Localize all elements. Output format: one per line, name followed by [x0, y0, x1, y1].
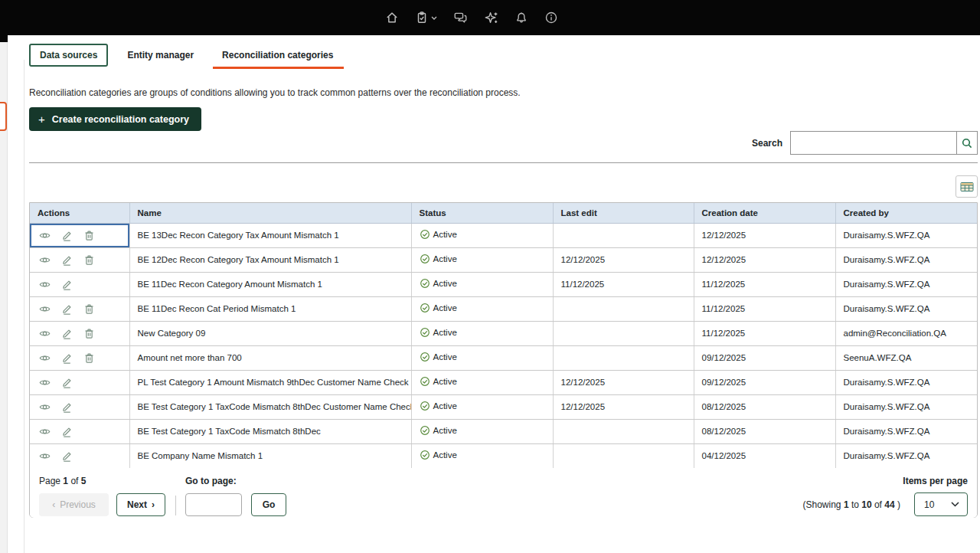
- home-icon[interactable]: [385, 11, 399, 25]
- table-row: BE 11Dec Recon Category Amount Mismatch …: [30, 272, 977, 296]
- cell-name: New Category 09: [129, 321, 411, 345]
- reconciliation-categories-table: Actions Name Status Last edit Creation d…: [29, 202, 978, 518]
- items-per-page-select[interactable]: 10: [914, 492, 968, 516]
- view-icon[interactable]: [39, 401, 51, 413]
- table-header-row: Actions Name Status Last edit Creation d…: [30, 203, 977, 223]
- cell-status: Active: [411, 370, 553, 394]
- edit-icon[interactable]: [61, 450, 73, 462]
- edit-icon[interactable]: [61, 303, 73, 315]
- cell-creation-date: 09/12/2025: [694, 370, 835, 394]
- cell-name: BE 13Dec Recon Category Tax Amount Misma…: [129, 223, 411, 247]
- items-per-page-value: 10: [924, 499, 934, 510]
- row-actions-cell: [30, 370, 129, 394]
- cell-last-edit: [553, 296, 694, 321]
- search-button[interactable]: [956, 132, 977, 154]
- table-view-toggle-button[interactable]: [956, 175, 978, 198]
- cell-creation-date: 12/12/2025: [694, 223, 835, 247]
- search-input[interactable]: [791, 132, 956, 154]
- view-icon[interactable]: [39, 303, 51, 315]
- delete-icon[interactable]: [83, 328, 95, 339]
- top-app-bar: [0, 0, 980, 35]
- tab-bar: Data sources Entity manager Reconciliati…: [29, 43, 342, 67]
- view-icon[interactable]: [39, 279, 51, 290]
- edit-icon[interactable]: [61, 279, 73, 290]
- cell-name: Amount net more than 700: [129, 345, 411, 370]
- cell-status: Active: [411, 443, 553, 468]
- status-check-icon: [420, 401, 430, 411]
- view-icon[interactable]: [39, 377, 51, 388]
- delete-icon[interactable]: [83, 303, 95, 315]
- cell-name: BE Test Category 1 TaxCode Mismatch 8thD…: [129, 394, 411, 419]
- edit-icon[interactable]: [61, 254, 73, 266]
- view-icon[interactable]: [39, 328, 51, 339]
- view-icon[interactable]: [39, 426, 51, 437]
- view-icon[interactable]: [39, 254, 51, 266]
- cell-status: Active: [411, 394, 553, 419]
- cell-last-edit: [553, 345, 694, 370]
- cell-last-edit: 12/12/2025: [553, 394, 694, 419]
- edit-icon[interactable]: [61, 230, 73, 241]
- status-check-icon: [420, 352, 430, 362]
- row-actions-cell: [30, 272, 129, 296]
- topbar-icon-group: [385, 0, 558, 35]
- view-icon[interactable]: [39, 230, 51, 241]
- tab-entity-manager[interactable]: Entity manager: [118, 44, 203, 67]
- row-actions-cell: [30, 443, 129, 468]
- plus-icon: +: [38, 113, 45, 125]
- next-page-button[interactable]: Next ›: [116, 493, 165, 516]
- left-rail-dark-segment: [0, 35, 8, 42]
- vertical-divider: [24, 60, 24, 553]
- pagination-bar: Page 1 of 5 Go to page: Items per page ‹…: [30, 468, 977, 518]
- status-text: Active: [433, 303, 457, 312]
- goto-page-input[interactable]: [185, 493, 242, 516]
- row-actions-cell: [30, 296, 129, 321]
- row-actions-cell: [30, 321, 129, 345]
- edit-icon[interactable]: [61, 352, 73, 364]
- chat-icon[interactable]: [453, 11, 468, 25]
- cell-name: BE Company Name Mismatch 1: [129, 443, 411, 468]
- chevron-down-icon: [431, 15, 437, 21]
- tasks-icon[interactable]: [415, 11, 437, 25]
- status-text: Active: [433, 401, 457, 411]
- tab-data-sources[interactable]: Data sources: [29, 44, 108, 67]
- view-icon[interactable]: [39, 352, 51, 364]
- delete-icon[interactable]: [83, 254, 95, 266]
- search-label: Search: [737, 138, 782, 149]
- tab-reconciliation-categories[interactable]: Reconciliation categories: [213, 44, 342, 67]
- status-check-icon: [420, 450, 430, 460]
- column-header-creation-date: Creation date: [694, 203, 835, 223]
- go-button[interactable]: Go: [251, 493, 286, 516]
- table-view-icon: [960, 182, 974, 192]
- create-reconciliation-category-button[interactable]: + Create reconciliation category: [29, 107, 201, 131]
- delete-icon[interactable]: [83, 352, 95, 364]
- section-divider: [29, 162, 978, 163]
- chevron-down-icon: [951, 502, 959, 507]
- cell-created-by: admin@Reconciliation.QA: [835, 321, 977, 345]
- status-check-icon: [420, 303, 430, 313]
- cell-name: PL Test Category 1 Amount Mismatch 9thDe…: [129, 370, 411, 394]
- view-icon[interactable]: [39, 450, 51, 462]
- cell-last-edit: [553, 419, 694, 443]
- cell-name: BE Test Category 1 TaxCode Mismatch 8thD…: [129, 419, 411, 443]
- cell-created-by: SeenuA.WFZ.QA: [835, 345, 977, 370]
- cell-name: BE 11Dec Recon Cat Period Mismatch 1: [129, 296, 411, 321]
- column-header-created-by: Created by: [835, 203, 977, 223]
- cell-last-edit: [553, 223, 694, 247]
- edit-icon[interactable]: [61, 426, 73, 437]
- cell-status: Active: [411, 321, 553, 345]
- previous-page-button[interactable]: ‹ Previous: [39, 493, 109, 516]
- cell-created-by: Duraisamy.S.WFZ.QA: [835, 272, 977, 296]
- info-icon[interactable]: [544, 11, 558, 25]
- status-check-icon: [420, 229, 430, 240]
- edit-icon[interactable]: [61, 401, 73, 413]
- cell-status: Active: [411, 223, 553, 247]
- left-edge-cutoff-button[interactable]: [0, 102, 7, 131]
- edit-icon[interactable]: [61, 328, 73, 339]
- bell-icon[interactable]: [514, 11, 528, 25]
- cell-status: Active: [411, 272, 553, 296]
- ai-sparkle-icon[interactable]: [484, 11, 498, 25]
- cell-creation-date: 09/12/2025: [694, 345, 835, 370]
- status-check-icon: [420, 278, 430, 289]
- delete-icon[interactable]: [83, 230, 95, 241]
- edit-icon[interactable]: [61, 377, 73, 388]
